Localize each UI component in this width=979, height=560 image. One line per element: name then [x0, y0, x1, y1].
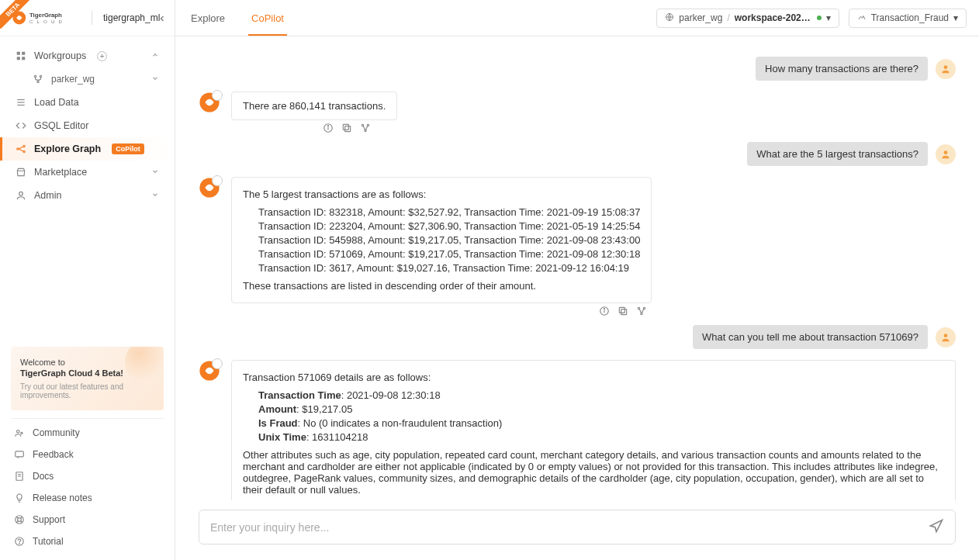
status-dot — [817, 16, 822, 20]
workspace-selector[interactable]: parker_wg / workspace-2024-04… ▾ — [656, 9, 839, 28]
chat-area: How many transactions are there? There a… — [175, 36, 979, 500]
svg-point-42 — [944, 150, 948, 154]
send-icon[interactable] — [929, 518, 944, 536]
detail-item: Amount: $19,217.05 — [258, 403, 944, 415]
detail-item: Transaction Time: 2021-09-08 12:30:18 — [258, 389, 944, 401]
main: Explore CoPilot parker_wg / workspace-20… — [175, 0, 979, 560]
bot-avatar — [199, 92, 220, 113]
user-message: What are the 5 largest transactions? — [747, 142, 928, 166]
welcome-line1: Welcome to — [20, 358, 154, 367]
bot-message: Transaction 571069 details are as follow… — [231, 360, 956, 500]
detail-item: Unix Time: 1631104218 — [258, 431, 944, 443]
svg-point-8 — [40, 75, 41, 77]
svg-line-25 — [16, 517, 18, 518]
svg-rect-19 — [16, 451, 24, 457]
support-icon — [14, 514, 25, 525]
svg-rect-6 — [22, 57, 25, 60]
chat-input[interactable] — [210, 521, 921, 534]
input-area — [175, 500, 979, 560]
tab-copilot[interactable]: CoPilot — [248, 0, 287, 36]
svg-line-28 — [16, 521, 18, 523]
nav-gsql-label: GSQL Editor — [34, 120, 88, 131]
nav-load-data-label: Load Data — [34, 97, 79, 108]
help-icon — [14, 536, 25, 547]
nav-load-data[interactable]: Load Data — [0, 91, 175, 114]
chevron-down-icon — [151, 168, 159, 177]
user-message: What can you tell me about transaction 5… — [693, 325, 928, 349]
nav-workgroups[interactable]: Workgroups + — [0, 44, 175, 67]
svg-point-16 — [19, 192, 23, 195]
svg-point-51 — [641, 313, 642, 314]
svg-line-27 — [21, 517, 22, 518]
chevron-down-icon: ▾ — [826, 12, 831, 23]
detail-list: Transaction Time: 2021-09-08 12:30:18Amo… — [243, 389, 944, 443]
link-docs[interactable]: Docs — [11, 465, 164, 487]
expand-icon[interactable] — [636, 306, 647, 319]
workspace-label: tigergraph_ml — [103, 12, 160, 23]
tigergraph-logo: TigerGraph C L O U D — [11, 8, 81, 28]
link-support[interactable]: Support — [11, 509, 164, 531]
branch-icon — [33, 74, 43, 85]
expand-icon[interactable] — [360, 123, 371, 136]
svg-point-18 — [21, 432, 22, 434]
svg-rect-4 — [22, 52, 25, 55]
graph-selector[interactable]: Transaction_Fraud ▾ — [849, 9, 967, 28]
detail-item: Is Fraud: No (0 indicates a non-fraudule… — [258, 417, 944, 429]
nav-explore-graph[interactable]: Explore Graph CoPilot — [0, 137, 175, 161]
bottom-links: Community Feedback Docs Release notes Su… — [11, 418, 164, 560]
nav-gsql[interactable]: GSQL Editor — [0, 114, 175, 137]
link-tutorial[interactable]: Tutorial — [11, 531, 164, 552]
info-icon[interactable] — [599, 306, 610, 319]
feedback-icon — [14, 449, 25, 460]
svg-point-41 — [365, 130, 366, 131]
nav-marketplace[interactable]: Marketplace — [0, 161, 175, 184]
svg-point-52 — [944, 334, 948, 337]
bot-message: The 5 largest transactions are as follow… — [231, 177, 652, 303]
svg-rect-38 — [343, 124, 348, 130]
graph-icon — [857, 12, 867, 24]
chat-input-box[interactable] — [199, 510, 956, 544]
nav-explore-label: Explore Graph — [34, 143, 101, 154]
svg-text:TigerGraph: TigerGraph — [29, 12, 62, 19]
topbar: Explore CoPilot parker_wg / workspace-20… — [175, 0, 979, 36]
svg-point-7 — [34, 75, 36, 77]
nav-workgroups-label: Workgroups — [34, 50, 86, 61]
nav: Workgroups + parker_wg Load Data — [0, 36, 175, 347]
svg-text:C L O U D: C L O U D — [29, 19, 64, 24]
sidebar-collapse-icon[interactable] — [157, 14, 167, 26]
copy-icon[interactable] — [341, 123, 352, 136]
svg-point-46 — [604, 309, 605, 309]
svg-point-14 — [23, 145, 25, 147]
svg-line-26 — [21, 521, 22, 523]
svg-rect-3 — [17, 52, 20, 55]
sidebar: TigerGraph C L O U D tigergraph_ml Workg… — [0, 0, 175, 560]
chevron-down-icon — [151, 191, 159, 200]
link-release[interactable]: Release notes — [11, 487, 164, 509]
svg-point-13 — [17, 148, 19, 150]
nav-marketplace-label: Marketplace — [34, 167, 87, 178]
chevron-up-icon — [151, 51, 159, 60]
welcome-line2: TigerGraph Cloud 4 Beta! — [20, 368, 154, 378]
nav-admin[interactable]: Admin — [0, 184, 175, 207]
add-workgroup-icon[interactable]: + — [97, 51, 107, 61]
tabs: Explore CoPilot — [188, 0, 287, 36]
list-icon — [16, 97, 26, 108]
bot-avatar — [199, 360, 220, 382]
code-icon — [16, 120, 26, 131]
svg-point-30 — [19, 544, 20, 544]
info-icon[interactable] — [323, 123, 334, 136]
svg-rect-48 — [620, 307, 625, 313]
docs-icon — [14, 471, 25, 482]
link-feedback[interactable]: Feedback — [11, 444, 164, 465]
chevron-down-icon: ▾ — [953, 12, 958, 23]
link-community[interactable]: Community — [11, 422, 164, 444]
bot-avatar — [199, 177, 220, 199]
welcome-card: Welcome to TigerGraph Cloud 4 Beta! Try … — [11, 347, 164, 410]
nav-workgroup-user[interactable]: parker_wg — [0, 67, 175, 91]
copy-icon[interactable] — [617, 306, 628, 319]
svg-point-9 — [37, 81, 39, 82]
transaction-list: Transaction ID: 832318, Amount: $32,527.… — [243, 206, 640, 274]
tab-explore[interactable]: Explore — [188, 0, 228, 36]
graph-icon — [16, 143, 26, 154]
nav-admin-label: Admin — [34, 190, 61, 201]
